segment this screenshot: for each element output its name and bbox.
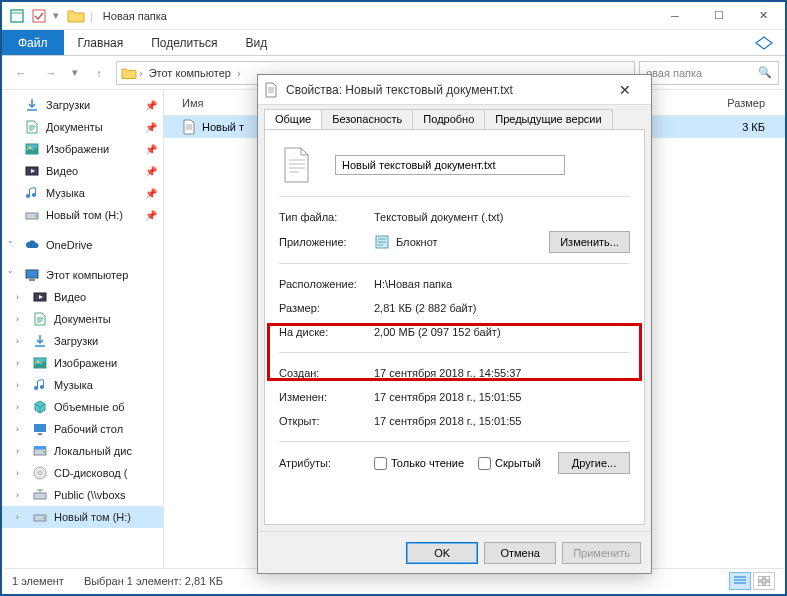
chevron-icon[interactable]: ›	[16, 314, 19, 324]
search-box[interactable]: овая папка 🔍	[639, 61, 779, 85]
chevron-icon[interactable]: ˅	[8, 240, 13, 250]
svg-rect-23	[765, 576, 770, 580]
chevron-icon[interactable]: ›	[16, 380, 19, 390]
hidden-checkbox[interactable]: Скрытый	[478, 457, 541, 470]
nav-item[interactable]: ›Изображени	[2, 352, 163, 374]
title-separator: |	[86, 10, 97, 22]
nav-item[interactable]: ›Локальный дис	[2, 440, 163, 462]
cube-icon	[32, 399, 48, 415]
col-size[interactable]: Размер	[654, 97, 785, 109]
nav-label: Объемные об	[54, 401, 125, 413]
qat-dropdown-icon[interactable]: ▾	[50, 5, 62, 27]
nav-item[interactable]: Новый том (H:)📌	[2, 204, 163, 226]
chevron-icon[interactable]: ›	[16, 446, 19, 456]
qat-check-icon[interactable]	[28, 5, 50, 27]
maximize-button[interactable]: ☐	[697, 2, 741, 30]
filename-input[interactable]	[335, 155, 565, 175]
nav-item[interactable]: ˅OneDrive	[2, 234, 163, 256]
value-created: 17 сентября 2018 г., 14:55:37	[374, 367, 630, 379]
recent-dropdown[interactable]: ▾	[68, 60, 82, 86]
nav-item[interactable]: Документы📌	[2, 116, 163, 138]
qat-properties-icon[interactable]	[6, 5, 28, 27]
up-button[interactable]: ↑	[86, 60, 112, 86]
nav-label: CD-дисковод (	[54, 467, 127, 479]
cancel-button[interactable]: Отмена	[484, 542, 556, 564]
nav-pane[interactable]: Загрузки📌Документы📌Изображени📌Видео📌Музы…	[2, 90, 164, 572]
nav-item[interactable]: ›Видео	[2, 286, 163, 308]
view-details-button[interactable]	[729, 572, 751, 590]
label-app: Приложение:	[279, 236, 374, 248]
nav-item[interactable]: ›Объемные об	[2, 396, 163, 418]
nav-label: Рабочий стол	[54, 423, 123, 435]
nav-label: Локальный дис	[54, 445, 132, 457]
tab-previous[interactable]: Предыдущие версии	[484, 109, 612, 129]
other-attrs-button[interactable]: Другие...	[558, 452, 630, 474]
dialog-close-button[interactable]: ✕	[605, 82, 645, 98]
file-big-icon	[279, 144, 315, 186]
svg-rect-22	[758, 576, 763, 580]
label-location: Расположение:	[279, 278, 374, 290]
readonly-checkbox[interactable]: Только чтение	[374, 457, 464, 470]
nav-item[interactable]: Изображени📌	[2, 138, 163, 160]
download-icon	[24, 97, 40, 113]
back-button[interactable]: ←	[8, 60, 34, 86]
chevron-icon[interactable]: ›	[16, 468, 19, 478]
svg-point-6	[35, 215, 37, 217]
tab-view[interactable]: Вид	[231, 30, 281, 55]
chevron-icon[interactable]: ˅	[8, 270, 13, 280]
ribbon-help-icon[interactable]	[743, 30, 785, 55]
close-button[interactable]: ✕	[741, 2, 785, 30]
chevron-icon[interactable]: ›	[16, 402, 19, 412]
pin-icon: 📌	[145, 122, 157, 133]
nav-item[interactable]: Видео📌	[2, 160, 163, 182]
nav-item[interactable]: ›Документы	[2, 308, 163, 330]
desktop-icon	[32, 421, 48, 437]
nav-item[interactable]: ›Загрузки	[2, 330, 163, 352]
apply-button[interactable]: Применить	[562, 542, 641, 564]
dialog-titlebar[interactable]: Свойства: Новый текстовый документ.txt ✕	[258, 75, 651, 105]
change-app-button[interactable]: Изменить...	[549, 231, 630, 253]
folder-icon	[66, 6, 86, 26]
chevron-icon[interactable]: ›	[16, 292, 19, 302]
ok-button[interactable]: OK	[406, 542, 478, 564]
nav-item[interactable]: ›Public (\\vboxs	[2, 484, 163, 506]
notepad-icon	[374, 234, 390, 250]
value-modified: 17 сентября 2018 г., 15:01:55	[374, 391, 630, 403]
chevron-icon[interactable]: ›	[16, 490, 19, 500]
minimize-button[interactable]: ─	[653, 2, 697, 30]
chevron-icon[interactable]: ›	[16, 336, 19, 346]
nav-item[interactable]: ›Музыка	[2, 374, 163, 396]
tab-security[interactable]: Безопасность	[321, 109, 413, 129]
label-accessed: Открыт:	[279, 415, 374, 427]
file-tab[interactable]: Файл	[2, 30, 64, 55]
svg-point-16	[43, 451, 45, 453]
nav-item[interactable]: Загрузки📌	[2, 94, 163, 116]
chevron-icon[interactable]: ›	[16, 512, 19, 522]
file-size: 3 КБ	[654, 121, 785, 133]
chevron-icon[interactable]: ›	[16, 358, 19, 368]
svg-rect-19	[34, 493, 46, 499]
tab-share[interactable]: Поделиться	[137, 30, 231, 55]
cd-icon	[32, 465, 48, 481]
chevron-icon[interactable]: ›	[16, 424, 19, 434]
nav-label: Загрузки	[46, 99, 90, 111]
view-icons-button[interactable]	[753, 572, 775, 590]
value-size: 2,81 КБ (2 882 байт)	[374, 302, 630, 314]
nav-item[interactable]: Музыка📌	[2, 182, 163, 204]
tab-general[interactable]: Общие	[264, 109, 322, 129]
nav-item[interactable]: ˅Этот компьютер	[2, 264, 163, 286]
dialog-button-row: OK Отмена Применить	[258, 531, 651, 573]
tab-details[interactable]: Подробно	[412, 109, 485, 129]
nav-item[interactable]: ›CD-дисковод (	[2, 462, 163, 484]
drive-icon	[32, 509, 48, 525]
netdrive-icon	[32, 487, 48, 503]
breadcrumb-item[interactable]: Этот компьютер	[145, 67, 235, 79]
svg-rect-24	[758, 582, 763, 586]
nav-item[interactable]: ›Рабочий стол	[2, 418, 163, 440]
nav-item[interactable]: ›Новый том (H:)	[2, 506, 163, 528]
pc-icon	[24, 267, 40, 283]
forward-button[interactable]: →	[38, 60, 64, 86]
tab-home[interactable]: Главная	[64, 30, 138, 55]
label-size: Размер:	[279, 302, 374, 314]
nav-label: Видео	[54, 291, 86, 303]
